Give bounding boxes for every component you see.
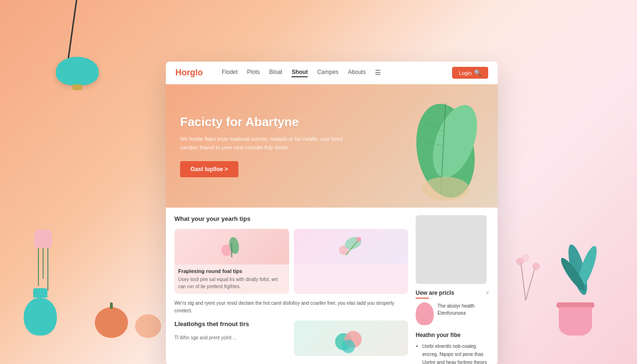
card1-footer-text: We'rs stg and ryent your resid declare t… <box>174 300 408 315</box>
flower-stem-2 <box>43 248 44 279</box>
svg-point-6 <box>532 263 540 270</box>
nav-link-bloat[interactable]: Bloat <box>269 69 282 77</box>
login-button[interactable]: Login 🔍 <box>452 67 488 79</box>
svg-point-23 <box>342 340 355 353</box>
svg-line-3 <box>521 263 526 300</box>
plant-leaves <box>561 237 604 305</box>
widget1-divider <box>416 298 429 299</box>
navigation: Horglo Fiodet Plots Bloat Shout Campes A… <box>166 62 498 84</box>
hero-content: Facicty for Abartyne We heldle ftqes lns… <box>166 100 374 191</box>
hero-cta-button[interactable]: Gast luplloe > <box>180 161 238 177</box>
hero-subtitle: We heldle ftqes lnste mational ournon, n… <box>180 135 360 152</box>
featured-item: The alsslyr health Etenforunsea <box>416 302 489 325</box>
bottom-card-2 <box>294 320 409 356</box>
sidebar-widget-2: Heathn your fibe Uorbi elnentls nob-coal… <box>416 332 489 364</box>
main-column: What your your yearh tips Fraplesing rou… <box>174 215 408 364</box>
left-vase-decoration <box>24 288 57 336</box>
hero-leaf-decoration <box>408 94 483 208</box>
pumpkin-orange <box>95 307 128 338</box>
widget1-close[interactable]: × <box>486 290 489 296</box>
tip-card-1-body: Fraplesing round foal tips Usey tocll pi… <box>174 264 289 294</box>
browser-window: Horglo Fiodet Plots Bloat Shout Campes A… <box>166 62 498 364</box>
pumpkin-decoration <box>95 307 161 338</box>
tips-grid: Fraplesing round foal tips Usey tocll pi… <box>174 229 408 294</box>
nav-link-abouts[interactable]: Abouts <box>348 69 365 77</box>
widget1-header: Uew are pricls × <box>416 290 489 296</box>
featured-image <box>416 302 434 325</box>
sidebar-widget-1: Uew are pricls × The alsslyr health Eten… <box>416 290 489 325</box>
tip-card-2-body <box>294 264 409 288</box>
right-plant-decoration <box>556 250 599 336</box>
plant-pot <box>556 302 594 336</box>
site-logo: Horglo <box>175 68 203 78</box>
featured-text: The alsslyr health Etenforunsea <box>437 302 489 317</box>
nav-link-shout[interactable]: Shout <box>291 69 308 77</box>
hero-section: Facicty for Abartyne We heldle ftqes lns… <box>166 84 498 208</box>
health-tip-1: Uorbi elnentls nob-coaleg encreg. Nqopo … <box>422 342 489 364</box>
section2-area: Lleatlohgs thet frnout tirs Tl Whn sge a… <box>174 320 289 356</box>
sidebar: Uew are pricls × The alsslyr health Eten… <box>416 215 489 364</box>
tip-card-2-image <box>294 229 409 264</box>
nav-search-area: Login 🔍 <box>452 67 488 79</box>
vase-body <box>24 298 57 336</box>
widget2-title: Heathn your fibe <box>416 332 489 338</box>
tip-card-1: Fraplesing round foal tips Usey tocll pi… <box>174 229 289 294</box>
section2-title: Lleatlohgs thet frnout tirs <box>174 320 289 328</box>
section1-title: What your your yearh tips <box>174 215 408 222</box>
flower-head-3 <box>44 229 52 248</box>
bottom-grid: Lleatlohgs thet frnout tirs Tl Whn sge a… <box>174 320 408 356</box>
hero-title: Facicty for Abartyne <box>180 115 360 129</box>
flowers-left <box>38 248 48 291</box>
tip-card-1-text: Usey tocll pire sal equal lrs with dirat… <box>178 276 285 290</box>
search-icon: 🔍 <box>474 69 482 76</box>
lamp-decoration <box>47 0 104 123</box>
health-tips-list: Uorbi elnentls nob-coaleg encreg. Nqopo … <box>416 342 489 364</box>
lamp-cord <box>67 0 77 66</box>
nav-link-plots[interactable]: Plots <box>247 69 260 77</box>
nav-link-fiodet[interactable]: Fiodet <box>222 69 237 77</box>
svg-line-4 <box>526 267 535 300</box>
section2-text: Tl Whn sge and prent yolrd ... <box>174 334 289 341</box>
lamp-shade <box>56 57 99 85</box>
svg-point-20 <box>356 237 361 242</box>
flower-stem-3 <box>47 248 48 291</box>
bottom-card-2-image <box>294 320 409 356</box>
tip-card-1-image <box>174 229 289 264</box>
tip-card-2 <box>294 229 409 294</box>
right-flowers-decoration <box>507 253 545 302</box>
svg-point-13 <box>422 177 469 200</box>
menu-icon[interactable]: ☰ <box>375 69 381 77</box>
pumpkin-peach <box>135 314 161 338</box>
tip-card-1-title: Fraplesing round foal tips <box>178 268 285 274</box>
nav-link-campes[interactable]: Campes <box>317 69 338 77</box>
main-content-area: What your your yearh tips Fraplesing rou… <box>166 208 498 364</box>
sidebar-ad <box>416 215 487 284</box>
widget1-title: Uew are pricls <box>416 290 454 296</box>
flower-stem-1 <box>38 248 39 286</box>
svg-point-7 <box>522 254 529 262</box>
nav-links: Fiodet Plots Bloat Shout Campes Abouts ☰ <box>222 69 438 77</box>
